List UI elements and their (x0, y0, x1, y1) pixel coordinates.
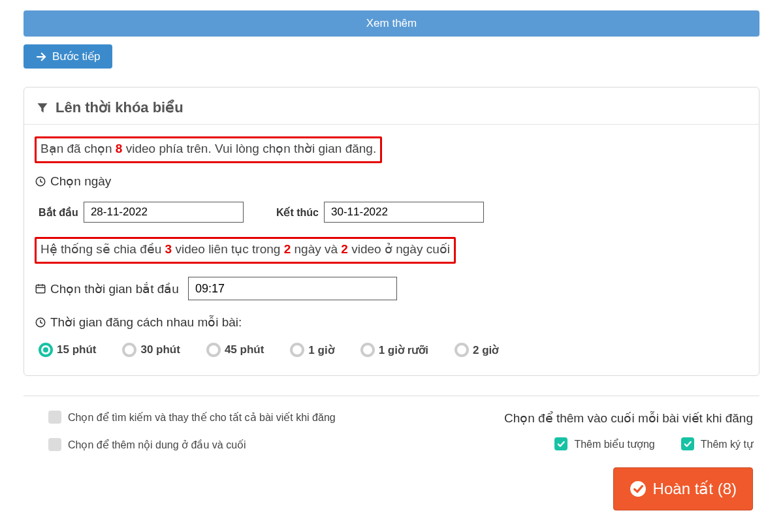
start-time-label: Chọn thời gian bắt đầu (50, 281, 179, 296)
interval-2h[interactable]: 2 giờ (455, 343, 498, 357)
radio-icon (39, 343, 53, 357)
checkbox-icon (48, 438, 61, 451)
add-content-checkbox-row[interactable]: Chọn để thêm nội dung ở đầu và cuối (48, 438, 336, 451)
svg-rect-3 (36, 285, 45, 293)
end-date-input[interactable] (324, 202, 484, 223)
interval-15min[interactable]: 15 phút (39, 343, 96, 357)
selected-count-info: Bạn đã chọn 8 video phía trên. Vui lòng … (35, 136, 382, 163)
interval-30min[interactable]: 30 phút (122, 343, 180, 357)
find-replace-checkbox-row[interactable]: Chọn để tìm kiếm và thay thế cho tất cả … (48, 411, 336, 424)
check-circle-icon (630, 480, 647, 497)
add-text-checkbox[interactable]: Thêm ký tự (681, 437, 753, 450)
next-step-button[interactable]: Bước tiếp (24, 44, 112, 69)
interval-1h[interactable]: 1 giờ (290, 343, 334, 357)
interval-heading: Thời gian đăng cách nhau mỗi bài: (35, 315, 748, 330)
checkbox-checked-icon (681, 437, 694, 450)
distribution-info: Hệ thống sẽ chia đều 3 video liên tục tr… (35, 237, 456, 264)
append-heading: Chọn để thêm vào cuối mỗi bài viết khi đ… (504, 411, 753, 426)
start-date-label: Bắt đầu (39, 206, 78, 219)
start-time-input[interactable] (188, 277, 397, 300)
divider (24, 396, 759, 396)
checkbox-icon (48, 411, 61, 424)
checkbox-checked-icon (554, 437, 567, 450)
schedule-panel: Lên thời khóa biểu Bạn đã chọn 8 video p… (24, 87, 759, 376)
filter-icon (36, 101, 49, 114)
radio-icon (290, 343, 304, 357)
radio-icon (455, 343, 469, 357)
finish-button[interactable]: Hoàn tất (8) (613, 467, 753, 510)
interval-45min[interactable]: 45 phút (206, 343, 264, 357)
interval-1h30[interactable]: 1 giờ rưỡi (360, 343, 428, 357)
start-date-input[interactable] (84, 202, 244, 223)
finish-label: Hoàn tất (8) (653, 480, 737, 498)
panel-header: Lên thời khóa biểu (24, 87, 759, 125)
add-emoji-checkbox[interactable]: Thêm biểu tượng (554, 437, 654, 450)
radio-icon (360, 343, 375, 357)
choose-day-heading: Chọn ngày (35, 174, 748, 189)
radio-icon (122, 343, 136, 357)
end-date-label: Kết thúc (276, 206, 319, 219)
arrow-right-icon (35, 51, 47, 63)
panel-title: Lên thời khóa biểu (56, 99, 184, 116)
interval-radio-group: 15 phút 30 phút 45 phút 1 giờ 1 giờ rưỡi… (35, 343, 748, 357)
next-step-label: Bước tiếp (52, 50, 101, 63)
svg-marker-1 (38, 103, 48, 112)
clock-icon (35, 317, 46, 328)
svg-point-8 (630, 481, 646, 497)
calendar-icon (35, 283, 46, 294)
radio-icon (206, 343, 221, 357)
view-more-button[interactable]: Xem thêm (24, 10, 759, 37)
clock-icon (35, 176, 46, 187)
